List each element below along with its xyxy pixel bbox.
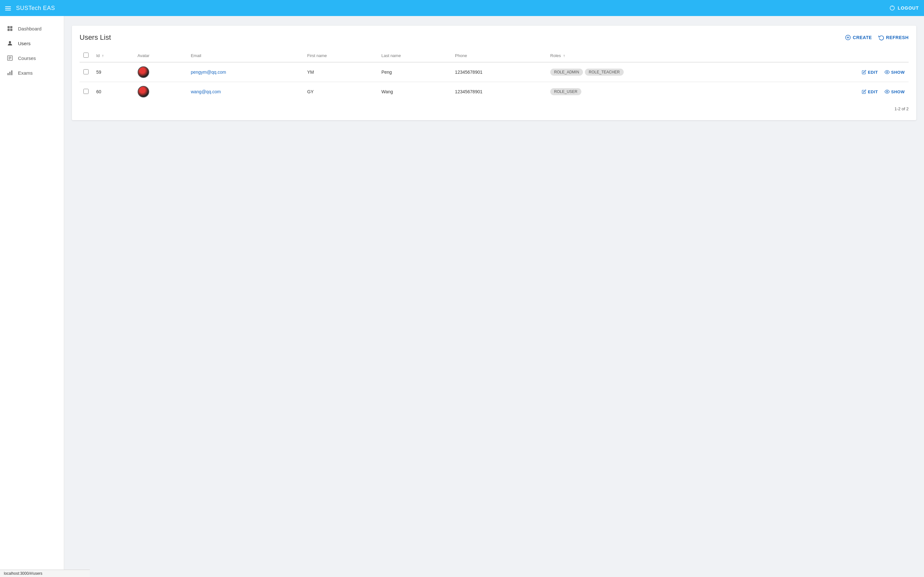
svg-point-9 <box>9 41 11 43</box>
person-icon <box>6 40 13 47</box>
chart-icon <box>6 69 13 76</box>
svg-rect-15 <box>9 72 10 75</box>
sidebar-courses-label: Courses <box>18 55 36 61</box>
table-header-row: Id ↑ Avatar Email First name <box>79 49 909 62</box>
col-header-firstname: First name <box>303 49 377 62</box>
row-firstname-0: YM <box>303 62 377 82</box>
svg-rect-5 <box>8 26 10 29</box>
col-roles-label: Roles <box>550 53 561 58</box>
refresh-icon <box>879 35 884 40</box>
col-header-lastname: Last name <box>378 49 451 62</box>
menu-icon[interactable] <box>5 5 11 12</box>
show-icon <box>885 69 890 75</box>
col-id-label: Id <box>96 53 100 58</box>
roles-sort-arrow: ↑ <box>563 53 565 58</box>
svg-rect-16 <box>11 71 12 75</box>
row-email-0[interactable]: pengym@qq.com <box>187 62 304 82</box>
main-content: Users List CREATE <box>64 16 924 577</box>
select-all-header[interactable] <box>79 49 92 62</box>
svg-point-21 <box>887 91 888 92</box>
svg-rect-6 <box>10 26 13 29</box>
col-email-label: Email <box>191 53 202 58</box>
row-roles-0: ROLE_ADMINROLE_TEACHER <box>546 62 771 82</box>
col-header-email: Email <box>187 49 304 62</box>
row-avatar-1 <box>134 82 187 102</box>
select-all-checkbox[interactable] <box>83 53 89 58</box>
row-checkbox-1[interactable] <box>83 89 89 94</box>
logout-label: LOGOUT <box>898 5 919 11</box>
avatar <box>137 66 149 78</box>
id-sort-arrow: ↑ <box>102 53 103 58</box>
email-link-0[interactable]: pengym@qq.com <box>191 69 226 75</box>
sidebar-item-courses[interactable]: Courses <box>0 51 64 65</box>
app-layout: Dashboard Users Courses <box>0 16 924 577</box>
show-icon <box>885 89 890 94</box>
svg-rect-1 <box>5 8 11 9</box>
create-button[interactable]: CREATE <box>845 35 872 40</box>
row-id-0: 59 <box>92 62 134 82</box>
svg-rect-0 <box>5 6 11 7</box>
col-firstname-label: First name <box>307 53 326 58</box>
email-link-1[interactable]: wang@qq.com <box>191 89 221 94</box>
svg-rect-2 <box>5 10 11 11</box>
col-header-phone: Phone <box>451 49 546 62</box>
show-label: SHOW <box>891 89 905 94</box>
svg-rect-8 <box>10 29 13 31</box>
col-avatar-label: Avatar <box>137 53 150 58</box>
col-lastname-label: Last name <box>381 53 401 58</box>
col-header-roles[interactable]: Roles ↑ <box>546 49 771 62</box>
col-header-actions <box>771 49 909 62</box>
page-header: Users List CREATE <box>79 33 909 42</box>
status-url: localhost:3000/#/users <box>4 571 42 576</box>
plus-icon <box>845 35 851 40</box>
table-row: 60 wang@qq.com GY Wang 12345678901 ROLE_… <box>79 82 909 102</box>
edit-button-0[interactable]: EDIT <box>862 70 878 75</box>
grid-icon <box>6 25 13 32</box>
refresh-button[interactable]: REFRESH <box>879 35 909 40</box>
row-checkbox-cell[interactable] <box>79 62 92 82</box>
row-phone-0: 12345678901 <box>451 62 546 82</box>
col-header-avatar: Avatar <box>134 49 187 62</box>
edit-label: EDIT <box>868 70 878 75</box>
row-lastname-1: Wang <box>378 82 451 102</box>
sidebar-dashboard-label: Dashboard <box>18 26 41 31</box>
role-badge: ROLE_TEACHER <box>585 69 624 76</box>
pagination-text: 1-2 of 2 <box>895 106 909 111</box>
sidebar-users-label: Users <box>18 41 31 46</box>
row-phone-1: 12345678901 <box>451 82 546 102</box>
row-email-1[interactable]: wang@qq.com <box>187 82 304 102</box>
svg-point-20 <box>887 71 888 73</box>
sidebar-exams-label: Exams <box>18 70 33 76</box>
navbar: SUSTech EAS LOGOUT <box>0 0 924 16</box>
page-title: Users List <box>79 33 111 42</box>
row-checkbox-0[interactable] <box>83 69 89 74</box>
row-roles-1: ROLE_USER <box>546 82 771 102</box>
col-header-id[interactable]: Id ↑ <box>92 49 134 62</box>
sidebar-item-exams[interactable]: Exams <box>0 65 64 80</box>
header-actions: CREATE REFRESH <box>845 35 909 40</box>
sidebar-item-users[interactable]: Users <box>0 36 64 51</box>
users-table: Id ↑ Avatar Email First name <box>79 49 909 101</box>
table-row: 59 pengym@qq.com YM Peng 12345678901 ROL… <box>79 62 909 82</box>
role-badge: ROLE_USER <box>550 88 582 95</box>
show-button-0[interactable]: SHOW <box>885 69 905 75</box>
sidebar-item-dashboard[interactable]: Dashboard <box>0 21 64 36</box>
book-icon <box>6 55 13 61</box>
refresh-label: REFRESH <box>886 35 909 40</box>
edit-label: EDIT <box>868 89 878 94</box>
row-actions-1: EDIT SHOW <box>771 82 909 102</box>
status-bar: localhost:3000/#/users <box>0 570 90 577</box>
row-lastname-0: Peng <box>378 62 451 82</box>
col-phone-label: Phone <box>455 53 467 58</box>
row-checkbox-cell[interactable] <box>79 82 92 102</box>
edit-button-1[interactable]: EDIT <box>862 89 878 94</box>
row-actions-0: EDIT SHOW <box>771 62 909 82</box>
svg-rect-7 <box>8 29 10 31</box>
row-id-1: 60 <box>92 82 134 102</box>
app-title: SUSTech EAS <box>16 5 55 11</box>
svg-rect-14 <box>8 73 9 75</box>
edit-icon <box>862 89 866 94</box>
logout-button[interactable]: LOGOUT <box>889 5 919 11</box>
show-label: SHOW <box>891 70 905 75</box>
show-button-1[interactable]: SHOW <box>885 89 905 94</box>
